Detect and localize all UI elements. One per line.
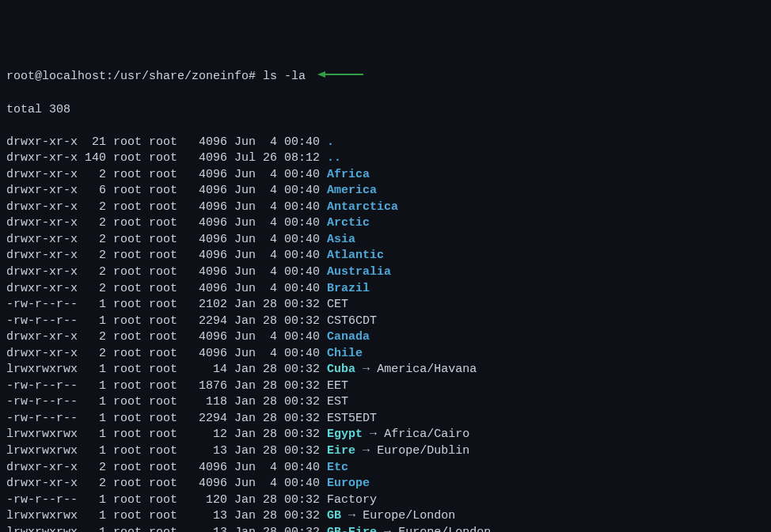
file-size: 4096	[184, 477, 234, 490]
owner-group: root root	[113, 363, 184, 376]
owner-group: root root	[113, 233, 184, 246]
owner-group: root root	[113, 444, 184, 458]
owner-group: root root	[113, 135, 184, 149]
file-name: Cuba	[327, 363, 355, 376]
owner-group: root root	[113, 249, 184, 262]
file-size: 13	[184, 526, 234, 532]
owner-group: root root	[113, 298, 184, 311]
owner-group: root root	[113, 379, 184, 393]
owner-group: root root	[113, 216, 184, 230]
owner-group: root root	[113, 347, 184, 360]
owner-group: root root	[113, 168, 184, 181]
file-date: Jan 28 00:32	[234, 509, 327, 522]
listing-row: drwxr-xr-x 2 root root 4096 Jun 4 00:40 …	[6, 232, 765, 249]
file-name: Europe	[327, 477, 370, 490]
perms-links: drwxr-xr-x 2	[6, 216, 113, 230]
file-name: ..	[327, 151, 341, 165]
owner-group: root root	[113, 282, 184, 295]
listing-row: lrwxrwxrwx 1 root root 13 Jan 28 00:32 E…	[6, 443, 765, 460]
file-size: 4096	[184, 265, 234, 279]
perms-links: drwxr-xr-x 2	[6, 233, 113, 246]
owner-group: root root	[113, 461, 184, 474]
file-size: 13	[184, 444, 234, 458]
prompt-line[interactable]: root@localhost:/usr/share/zoneinfo# ls -…	[6, 68, 765, 86]
perms-links: -rw-r--r-- 1	[6, 412, 113, 425]
perms-links: -rw-r--r-- 1	[6, 314, 113, 328]
file-size: 4096	[184, 216, 234, 230]
perms-links: -rw-r--r-- 1	[6, 395, 113, 408]
listing-row: drwxr-xr-x 2 root root 4096 Jun 4 00:40 …	[6, 248, 765, 264]
perms-links: drwxr-xr-x 2	[6, 282, 113, 295]
file-date: Jun 4 00:40	[234, 347, 327, 360]
file-date: Jan 28 00:32	[234, 444, 327, 458]
listing-row: -rw-r--r-- 1 root root 118 Jan 28 00:32 …	[6, 394, 765, 411]
file-name: Egypt	[327, 428, 363, 441]
perms-links: lrwxrwxrwx 1	[6, 363, 113, 376]
file-name: Etc	[327, 461, 348, 474]
file-size: 4096	[184, 168, 234, 181]
listing-row: -rw-r--r-- 1 root root 2294 Jan 28 00:32…	[6, 411, 765, 428]
listing-row: lrwxrwxrwx 1 root root 14 Jan 28 00:32 C…	[6, 362, 765, 378]
file-date: Jan 28 00:32	[234, 379, 327, 393]
file-size: 4096	[184, 135, 234, 149]
listing-row: drwxr-xr-x 6 root root 4096 Jun 4 00:40 …	[6, 183, 765, 200]
file-date: Jan 28 00:32	[234, 412, 327, 425]
listing-row: drwxr-xr-x 2 root root 4096 Jun 4 00:40 …	[6, 264, 765, 281]
file-size: 2294	[184, 412, 234, 425]
file-size: 4096	[184, 249, 234, 262]
perms-links: drwxr-xr-x 2	[6, 330, 113, 344]
symlink-arrow-icon: →	[355, 444, 377, 458]
owner-group: root root	[113, 184, 184, 197]
owner-group: root root	[113, 493, 184, 507]
file-name: EST	[327, 395, 348, 408]
perms-links: drwxr-xr-x 2	[6, 461, 113, 474]
perms-links: drwxr-xr-x 2	[6, 347, 113, 360]
command-text: ls -la	[263, 70, 306, 83]
file-size: 1876	[184, 379, 234, 393]
file-date: Jan 28 00:32	[234, 298, 327, 311]
file-date: Jun 4 00:40	[234, 184, 327, 197]
file-date: Jun 4 00:40	[234, 330, 327, 344]
total-line: total 308	[6, 102, 765, 119]
file-date: Jan 28 00:32	[234, 363, 327, 376]
symlink-arrow-icon: →	[341, 509, 363, 522]
file-size: 4096	[184, 282, 234, 295]
file-date: Jun 4 00:40	[234, 233, 327, 246]
perms-links: drwxr-xr-x 2	[6, 265, 113, 279]
owner-group: root root	[113, 428, 184, 441]
owner-group: root root	[113, 477, 184, 490]
listing-row: drwxr-xr-x 2 root root 4096 Jun 4 00:40 …	[6, 346, 765, 363]
listing-row: drwxr-xr-x 2 root root 4096 Jun 4 00:40 …	[6, 167, 765, 184]
file-size: 2102	[184, 298, 234, 311]
file-name: Factory	[327, 493, 377, 507]
perms-links: -rw-r--r-- 1	[6, 493, 113, 507]
listing-row: drwxr-xr-x 2 root root 4096 Jun 4 00:40 …	[6, 329, 765, 346]
file-name: Eire	[327, 444, 355, 458]
owner-group: root root	[113, 151, 184, 165]
listing-row: drwxr-xr-x 2 root root 4096 Jun 4 00:40 …	[6, 460, 765, 477]
file-name: Australia	[327, 265, 391, 279]
perms-links: lrwxrwxrwx 1	[6, 428, 113, 441]
svg-marker-1	[317, 71, 325, 78]
symlink-target: Europe/Dublin	[377, 444, 469, 458]
symlink-arrow-icon: →	[355, 363, 377, 376]
file-date: Jan 28 00:32	[234, 526, 327, 532]
file-size: 4096	[184, 200, 234, 214]
file-name: Brazil	[327, 282, 370, 295]
file-size: 14	[184, 363, 234, 376]
listing-row: drwxr-xr-x 140 root root 4096 Jul 26 08:…	[6, 150, 765, 167]
file-size: 4096	[184, 330, 234, 344]
listing-row: lrwxrwxrwx 1 root root 13 Jan 28 00:32 G…	[6, 508, 765, 525]
file-name: EST5EDT	[327, 412, 377, 425]
file-date: Jun 4 00:40	[234, 249, 327, 262]
symlink-target: Europe/London	[398, 526, 491, 532]
prompt-user-host: root@localhost	[6, 70, 106, 83]
perms-links: -rw-r--r-- 1	[6, 298, 113, 311]
listing-row: -rw-r--r-- 1 root root 2102 Jan 28 00:32…	[6, 297, 765, 314]
owner-group: root root	[113, 395, 184, 408]
listing-row: drwxr-xr-x 2 root root 4096 Jun 4 00:40 …	[6, 281, 765, 298]
perms-links: -rw-r--r-- 1	[6, 379, 113, 393]
file-date: Jun 4 00:40	[234, 282, 327, 295]
listing-row: -rw-r--r-- 1 root root 120 Jan 28 00:32 …	[6, 492, 765, 509]
symlink-target: America/Havana	[377, 363, 477, 376]
